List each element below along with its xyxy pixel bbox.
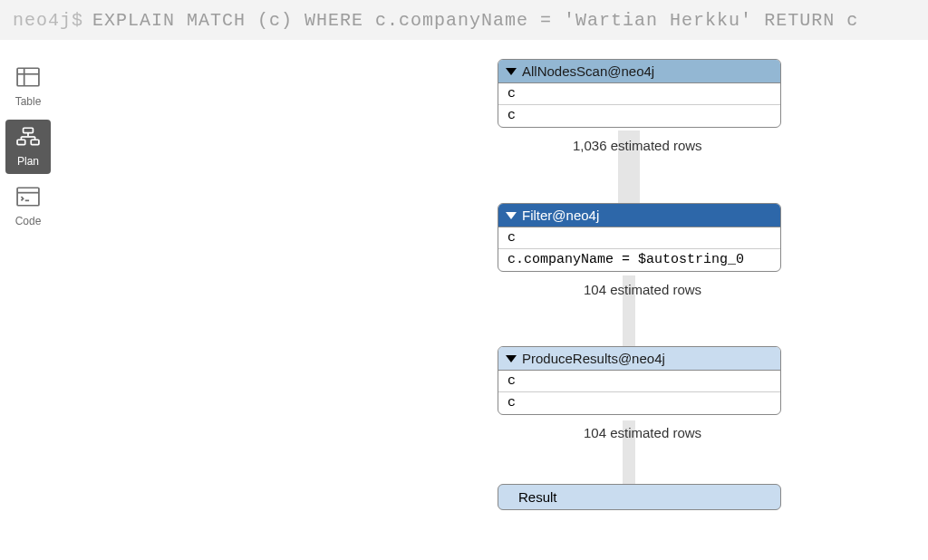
plan-node-row: c	[498, 83, 780, 105]
prompt-label: neo4j$	[13, 10, 83, 31]
plan-node-header[interactable]: ProduceResults@neo4j	[498, 347, 780, 371]
plan-icon	[16, 127, 40, 150]
sidebar-item-plan[interactable]: Plan	[5, 120, 51, 174]
plan-node-row: c	[498, 392, 780, 414]
plan-node-title: AllNodesScan@neo4j	[522, 63, 654, 79]
sidebar-item-code[interactable]: Code	[5, 179, 51, 234]
plan-node-allnodesscan[interactable]: AllNodesScan@neo4j c c	[498, 59, 781, 128]
collapse-icon[interactable]	[506, 68, 517, 75]
plan-node-header[interactable]: AllNodesScan@neo4j	[498, 60, 780, 83]
sidebar-item-label: Table	[15, 95, 42, 108]
query-text: EXPLAIN MATCH (c) WHERE c.companyName = …	[92, 10, 858, 31]
plan-node-estimate: 104 estimated rows	[584, 282, 701, 297]
plan-result[interactable]: Result	[498, 484, 781, 510]
plan-node-estimate: 1,036 estimated rows	[573, 138, 702, 153]
plan-node-title: Filter@neo4j	[522, 208, 599, 223]
code-icon	[16, 187, 40, 209]
sidebar: Table Plan	[0, 40, 56, 560]
plan-node-estimate: 104 estimated rows	[584, 425, 701, 440]
plan-node-row: c	[498, 371, 780, 392]
plan-result-label: Result	[518, 489, 557, 505]
collapse-icon[interactable]	[506, 212, 517, 219]
table-icon	[16, 67, 40, 90]
plan-node-produceresults[interactable]: ProduceResults@neo4j c c	[498, 346, 781, 415]
plan-node-row: c.companyName = $autostring_0	[498, 249, 780, 271]
plan-canvas[interactable]: AllNodesScan@neo4j c c 1,036 estimated r…	[56, 40, 928, 560]
plan-node-row: c	[498, 105, 780, 127]
query-bar[interactable]: neo4j$ EXPLAIN MATCH (c) WHERE c.company…	[0, 0, 928, 40]
svg-rect-3	[24, 128, 34, 132]
svg-rect-5	[31, 140, 39, 144]
collapse-icon[interactable]	[506, 355, 517, 362]
plan-node-title: ProduceResults@neo4j	[522, 351, 665, 366]
sidebar-item-label: Plan	[17, 155, 39, 168]
svg-rect-0	[17, 68, 39, 86]
svg-rect-10	[17, 188, 39, 206]
plan-node-header[interactable]: Filter@neo4j	[498, 204, 780, 227]
plan-node-row: c	[498, 227, 780, 249]
plan-node-filter[interactable]: Filter@neo4j c c.companyName = $autostri…	[498, 203, 781, 272]
svg-rect-4	[17, 140, 25, 144]
sidebar-item-table[interactable]: Table	[5, 60, 51, 114]
sidebar-item-label: Code	[15, 215, 42, 227]
